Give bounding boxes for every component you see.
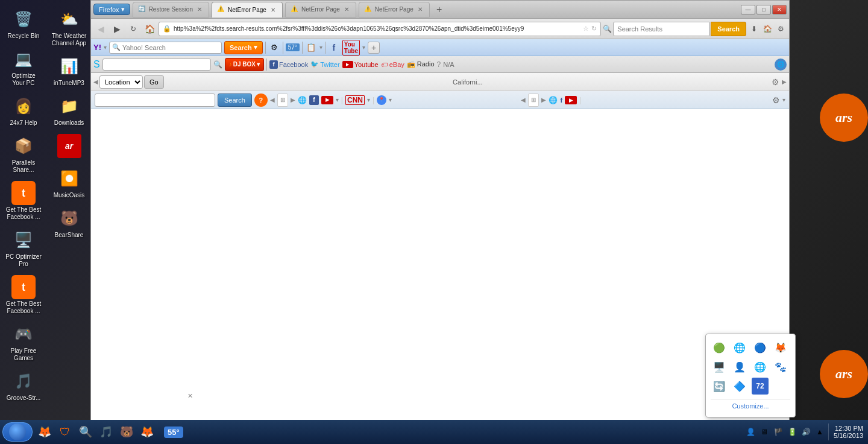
toolbar-left-arrow[interactable]: ◀	[93, 78, 98, 85]
neterror2-close[interactable]: ✕	[342, 5, 351, 14]
icon-parallels[interactable]: 📦 Parallels Share...	[2, 132, 45, 176]
yahoo-search-button[interactable]: Search ▾	[224, 41, 263, 54]
tray-icon-number[interactable]: 72	[752, 378, 769, 395]
location-select[interactable]: Location	[99, 75, 143, 89]
tab-neterror-2[interactable]: ⚠️ NetError Page ✕	[285, 2, 356, 17]
tab-restore-session[interactable]: 🔄 Restore Session ✕	[133, 2, 209, 17]
tray-flag-icon[interactable]: 🏴	[772, 426, 784, 438]
home-small-icon[interactable]: 🏠	[761, 23, 773, 35]
tray-icon-red[interactable]: 🦊	[772, 339, 789, 356]
main-search-input[interactable]	[95, 94, 215, 107]
restore-session-close[interactable]: ✕	[195, 5, 204, 14]
go-button[interactable]: Go	[144, 75, 164, 89]
icon-intune[interactable]: 📊 inTuneMP3	[48, 52, 90, 89]
tray-battery-icon[interactable]: 🔋	[786, 426, 798, 438]
clipboard-icon[interactable]: 📋	[305, 42, 317, 54]
tray-icon-refresh[interactable]: 🔄	[711, 378, 728, 395]
taskbar-icon-bear[interactable]: 🐻	[117, 422, 136, 442]
twitter-link[interactable]: 🐦 Twitter	[310, 60, 339, 68]
yahoo-search-box[interactable]: 🔍	[109, 42, 222, 54]
icon-pc-optimizer[interactable]: 🖥️ PC Optimizer Pro	[2, 226, 45, 270]
fb-toolbar-blue[interactable]: f	[560, 97, 562, 104]
yt-toolbar-rect[interactable]: ▶	[321, 96, 333, 104]
cnn-toolbar-logo[interactable]: CNN	[345, 95, 365, 105]
cnn-arrow[interactable]: ▾	[367, 97, 370, 103]
taskbar-icon-search[interactable]: 🔍	[76, 422, 95, 442]
yahoo-menu-arrow[interactable]: ▾	[104, 44, 107, 51]
close-button[interactable]: ✕	[772, 5, 787, 14]
bookmark-star-icon[interactable]: ☆	[583, 25, 589, 33]
dj-box-button[interactable]: ♪ DJ BOX ▾	[225, 58, 264, 71]
taskbar-icon-firefox[interactable]: 🦊	[35, 422, 54, 442]
clipboard-arrow[interactable]: ▾	[319, 44, 322, 51]
tab-neterror-1[interactable]: ⚠️ NetError Page ✕	[212, 2, 283, 17]
forward-button[interactable]: ▶	[110, 22, 124, 36]
skype-search-input[interactable]	[102, 59, 211, 71]
gear-arrow[interactable]: ▾	[782, 97, 785, 103]
yahoo-search-input[interactable]	[122, 44, 219, 51]
more-icon[interactable]: ⚙	[775, 23, 787, 35]
tray-icon-user[interactable]: 👤	[731, 358, 748, 375]
icon-ar-app[interactable]: ar	[48, 132, 90, 162]
toolbar-settings-icon-right[interactable]: ⚙	[772, 77, 779, 87]
globe-icon-2[interactable]: 🌐	[549, 96, 558, 104]
icon-optimize-pc[interactable]: 💻 Optimize Your PC	[2, 45, 45, 89]
add-toolbar-button[interactable]: +	[368, 42, 380, 54]
download-icon[interactable]: ⬇	[748, 23, 760, 35]
taskbar-icon-firefox2[interactable]: 🦊	[137, 422, 157, 442]
youtube-arrow[interactable]: ▾	[362, 44, 365, 51]
icon-get-facebook-2[interactable]: t Get The Best Facebook ...	[2, 273, 45, 317]
youtube-toolbar-icon[interactable]: YouTube	[342, 40, 360, 56]
radio-link[interactable]: 📻 Radio	[407, 60, 435, 68]
facebook-toolbar-icon[interactable]: f	[328, 42, 340, 54]
question-mark-icon[interactable]: ?	[437, 60, 441, 69]
toolbar-settings-icon[interactable]: ⚙	[268, 42, 280, 54]
icon-groove[interactable]: 🎵 Groove-Str...	[2, 367, 45, 404]
facebook-link[interactable]: f Facebook	[269, 60, 308, 69]
tray-icon-blue[interactable]: 🔵	[752, 339, 769, 356]
yt-arrow[interactable]: ▾	[336, 97, 339, 103]
scroll-right-2[interactable]: ▶	[541, 97, 546, 103]
taskbar-icon-avast[interactable]: 🛡	[55, 422, 75, 442]
tray-user-icon[interactable]: 👤	[744, 426, 756, 438]
tray-icon-globe[interactable]: 🌐	[731, 339, 748, 356]
icon-get-facebook-1[interactable]: t Get The Best Facebook ...	[2, 179, 45, 223]
refresh-small-icon[interactable]: ↻	[591, 25, 597, 33]
yt-toolbar-small[interactable]: ▶	[565, 96, 577, 104]
neterror3-close[interactable]: ✕	[416, 5, 424, 14]
fb-toolbar-square[interactable]: f	[309, 95, 319, 105]
minimize-button[interactable]: —	[741, 5, 755, 14]
globe-icon[interactable]: 🌐	[775, 59, 787, 71]
home-button[interactable]: 🏠	[142, 22, 157, 36]
bottom-close-icon[interactable]: ✕	[187, 392, 193, 400]
icon-bearshare[interactable]: 🐻 BearShare	[48, 204, 90, 241]
firefox-button[interactable]: Firefox ▾	[93, 4, 130, 15]
icon-24x7-help[interactable]: 👩 24x7 Help	[2, 92, 45, 129]
toolbar-right-arrow[interactable]: ▶	[782, 78, 787, 85]
icon-play-free-games[interactable]: 🎮 Play Free Games	[2, 320, 45, 364]
tab-neterror-3[interactable]: ⚠️ NetError Page ✕	[359, 2, 430, 17]
maps-arrow[interactable]: ▾	[389, 97, 392, 103]
search-nav-button[interactable]: Search	[711, 22, 746, 36]
new-tab-button[interactable]: +	[432, 2, 447, 17]
ebay-link[interactable]: 🏷 eBay	[381, 61, 404, 68]
refresh-button[interactable]: ↻	[126, 22, 140, 36]
search-btn-icon[interactable]: 🔍	[213, 60, 222, 69]
icon-weather[interactable]: ⛅ The Weather Channel App	[48, 5, 90, 49]
tray-icon-green[interactable]: 🟢	[711, 339, 728, 356]
youtube-link[interactable]: ▶ Youtube	[342, 61, 379, 68]
tray-icon-globe2[interactable]: 🌐	[752, 358, 769, 375]
icon-downloads[interactable]: 📁 Downloads	[48, 92, 90, 129]
tray-icon-fox[interactable]: 🐾	[772, 358, 789, 375]
scroll-left-1[interactable]: ◀	[270, 97, 275, 103]
maps-toolbar-icon[interactable]: 📍	[377, 95, 386, 105]
search-input[interactable]	[613, 22, 709, 36]
taskbar-icon-music[interactable]: 🎵	[96, 422, 116, 442]
tray-monitor-icon[interactable]: 🖥	[758, 426, 770, 438]
back-button[interactable]: ◀	[93, 22, 108, 36]
scroll-right-1[interactable]: ▶	[291, 97, 295, 103]
gear-settings-icon[interactable]: ⚙	[772, 95, 780, 105]
neterror1-close[interactable]: ✕	[269, 5, 277, 14]
icon-music-oasis[interactable]: ⏺️ MusicOasis	[48, 164, 90, 201]
start-button[interactable]	[2, 422, 33, 442]
